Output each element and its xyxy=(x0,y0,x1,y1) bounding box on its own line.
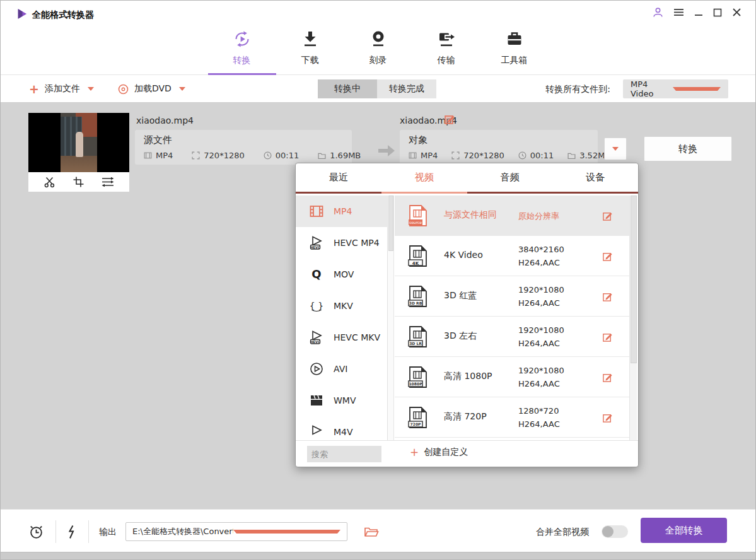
source-resolution: 720*1280 xyxy=(192,151,244,160)
account-icon[interactable] xyxy=(653,7,663,20)
menu-icon[interactable] xyxy=(673,8,684,20)
scrollbar-thumb[interactable] xyxy=(631,195,637,363)
nav-label-transfer: 传输 xyxy=(438,55,455,66)
popup-tab-video[interactable]: 视频 xyxy=(381,163,467,192)
svg-text:3D LR: 3D LR xyxy=(409,341,422,346)
nav-tab-download[interactable]: 下载 xyxy=(276,29,344,74)
load-dvd-button[interactable]: 加载DVD xyxy=(118,75,185,103)
nav-tab-convert[interactable]: 转换 xyxy=(208,29,276,74)
thumbnail-image xyxy=(61,113,97,172)
merge-all-toggle[interactable] xyxy=(602,525,628,538)
rename-edit-icon[interactable] xyxy=(444,114,455,127)
edit-preset-icon[interactable] xyxy=(602,372,613,385)
close-button[interactable] xyxy=(732,8,741,20)
download-icon xyxy=(301,30,320,51)
minimize-button[interactable] xyxy=(694,8,703,20)
svg-text:4K: 4K xyxy=(412,261,419,266)
nav-label-download: 下载 xyxy=(301,55,319,66)
search-input[interactable] xyxy=(307,446,381,462)
tab-converting[interactable]: 转换中 xyxy=(318,79,377,98)
preset-row-hd-720p[interactable]: 720P 高清 720P 1280*720H264,AAC xyxy=(395,397,629,438)
high-speed-bolt-icon[interactable] xyxy=(64,524,78,540)
nav-tab-burn[interactable]: 刻录 xyxy=(344,29,412,74)
chevron-down-icon xyxy=(88,87,94,91)
add-files-button[interactable]: + 添加文件 xyxy=(29,75,94,103)
preset-list: source 与源文件相同 原始分辨率 4K 4K Video 384 xyxy=(395,195,629,440)
nav-tab-toolbox[interactable]: 工具箱 xyxy=(480,29,549,74)
preset-row-hd-1080p[interactable]: 1080P 高清 1080P 1920*1080H264,AAC xyxy=(395,357,629,397)
add-files-label: 添加文件 xyxy=(45,83,80,95)
crop-icon[interactable] xyxy=(73,176,84,188)
nav-tab-transfer[interactable]: 传输 xyxy=(412,29,480,74)
format-picker-popup: 最近 视频 音频 设备 MP4 HEVC xyxy=(295,163,639,467)
edit-preset-icon[interactable] xyxy=(602,332,613,345)
toolbar: + 添加文件 加载DVD 转换中 转换完成 转换所有文件到: MP4 Video xyxy=(1,75,755,103)
4k-file-icon: 4K xyxy=(406,245,429,270)
format-list-scrollbar xyxy=(388,195,394,440)
output-format-select[interactable]: MP4 Video xyxy=(623,79,728,98)
svg-text:1080P: 1080P xyxy=(409,382,422,386)
edit-preset-icon[interactable] xyxy=(602,291,613,305)
chevron-down-icon xyxy=(179,87,185,91)
popup-tab-audio[interactable]: 音频 xyxy=(467,163,553,192)
format-item-mp4[interactable]: MP4 xyxy=(296,195,388,227)
preset-list-scrollbar xyxy=(629,195,637,440)
plus-icon: + xyxy=(410,447,419,458)
edit-preset-icon[interactable] xyxy=(602,211,613,224)
edit-preset-icon[interactable] xyxy=(602,412,613,426)
popup-tab-recent[interactable]: 最近 xyxy=(296,163,381,192)
svg-text:HEVC: HEVC xyxy=(310,245,320,249)
transfer-icon xyxy=(437,30,456,51)
play-circle-icon xyxy=(309,361,324,376)
clip-edit-toolbar xyxy=(28,172,129,192)
output-path-select[interactable]: E:\全能格式转换器\Converted xyxy=(125,522,347,541)
popup-body: MP4 HEVC HEVC MP4 Q MOV xyxy=(296,195,638,440)
maximize-button[interactable] xyxy=(713,8,722,20)
open-folder-icon[interactable] xyxy=(364,525,379,539)
scrollbar-thumb[interactable] xyxy=(388,195,393,251)
target-format-dropdown-button[interactable] xyxy=(604,137,627,160)
schedule-alarm-icon[interactable] xyxy=(28,524,44,540)
video-thumbnail[interactable] xyxy=(28,113,129,172)
trim-icon[interactable] xyxy=(44,176,56,188)
720p-file-icon: 720P xyxy=(406,406,429,431)
chevron-down-icon xyxy=(673,87,721,91)
convert-all-button[interactable]: 全部转换 xyxy=(641,518,727,543)
format-item-hevc-mp4[interactable]: HEVC HEVC MP4 xyxy=(296,227,387,259)
preset-row-3d-rb[interactable]: 3D RB 3D 红蓝 1920*1080H264,AAC xyxy=(395,276,629,317)
format-item-mkv[interactable]: { } MKV xyxy=(296,290,387,322)
arrow-right-icon xyxy=(378,144,395,160)
popup-footer: + 创建自定义 xyxy=(296,440,638,467)
source-duration: 00:11 xyxy=(264,151,299,160)
format-item-avi[interactable]: AVI xyxy=(296,353,387,385)
3d-rb-file-icon: 3D RB xyxy=(406,285,429,310)
popup-tab-device[interactable]: 设备 xyxy=(552,163,638,192)
preset-row-3d-lr[interactable]: 3D LR 3D 左右 1920*1080H264,AAC xyxy=(395,317,629,357)
convert-file-button[interactable]: 转换 xyxy=(644,136,732,161)
tab-converted[interactable]: 转换完成 xyxy=(377,79,436,98)
window-bottom-strip xyxy=(1,552,755,559)
1080p-file-icon: 1080P xyxy=(406,366,429,391)
toggle-knob xyxy=(602,526,614,537)
effects-sliders-icon[interactable] xyxy=(101,176,115,188)
format-item-mov[interactable]: Q MOV xyxy=(296,259,387,290)
preset-row-4k[interactable]: 4K 4K Video 3840*2160H264,AAC xyxy=(395,236,629,276)
preset-row-same-as-source[interactable]: source 与源文件相同 原始分辨率 xyxy=(395,195,629,236)
format-item-wmv[interactable]: WMV xyxy=(296,385,387,416)
format-item-m4v[interactable]: M4V xyxy=(296,416,387,440)
edit-preset-icon[interactable] xyxy=(602,251,613,264)
output-label: 输出 xyxy=(99,527,117,538)
mp4-film-icon xyxy=(309,204,324,219)
format-list: MP4 HEVC HEVC MP4 Q MOV xyxy=(296,195,388,440)
folder-icon xyxy=(567,151,576,160)
nav-label-convert: 转换 xyxy=(233,55,251,66)
merge-all-label: 合并全部视频 xyxy=(536,527,589,538)
main-nav: 转换 下载 刻录 xyxy=(1,20,755,74)
svg-text:Q: Q xyxy=(311,267,321,281)
format-item-hevc-mkv[interactable]: HEVC HEVC MKV xyxy=(296,322,387,353)
create-custom-button[interactable]: + 创建自定义 xyxy=(410,446,468,458)
source-size: 1.69MB xyxy=(318,151,361,160)
nav-label-toolbox: 工具箱 xyxy=(501,55,528,66)
target-section-label: 对象 xyxy=(409,134,598,146)
svg-text:3D RB: 3D RB xyxy=(409,301,422,305)
